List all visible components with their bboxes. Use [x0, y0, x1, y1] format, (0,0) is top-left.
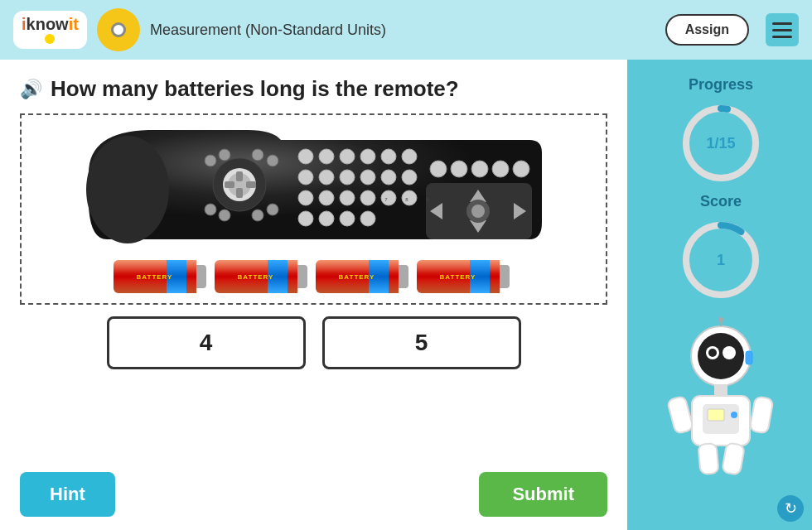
svg-point-26	[381, 170, 396, 185]
svg-point-32	[381, 190, 396, 205]
page-title: Measurement (Non-Standard Units)	[150, 22, 655, 39]
svg-rect-65	[714, 384, 727, 396]
battery-pos-2	[297, 265, 307, 288]
main-layout: 🔊 How many batteries long is the remote?	[0, 60, 812, 530]
svg-point-34	[298, 211, 313, 226]
svg-point-28	[298, 190, 313, 205]
svg-point-20	[381, 149, 396, 164]
back-button[interactable]: ↻	[777, 495, 804, 522]
header-circle	[97, 8, 140, 51]
header: iknowit Measurement (Non-Standard Units)…	[0, 0, 812, 60]
menu-line-1	[772, 22, 792, 25]
battery-1: BATTERY	[114, 258, 211, 295]
progress-value: 1/15	[706, 135, 735, 152]
menu-line-3	[772, 36, 792, 38]
svg-point-17	[319, 149, 334, 164]
assign-button[interactable]: Assign	[665, 14, 749, 46]
score-title: Score	[700, 193, 742, 210]
battery-body-2: BATTERY	[215, 260, 297, 293]
svg-point-13	[267, 155, 278, 166]
hint-button[interactable]: Hint	[20, 472, 115, 517]
svg-point-0	[86, 136, 169, 243]
battery-label-4: BATTERY	[440, 273, 476, 281]
remote-area: 7 8 9 BATTERY BATTERY	[20, 113, 607, 305]
svg-point-15	[267, 204, 278, 215]
svg-rect-7	[246, 181, 256, 188]
svg-point-11	[219, 210, 230, 221]
svg-point-19	[360, 149, 375, 164]
svg-rect-71	[750, 396, 774, 433]
remote-image: 7 8 9	[82, 123, 546, 252]
sidebar: Progress 1/15 Score 1	[630, 60, 812, 530]
score-value: 1	[717, 252, 725, 269]
svg-point-31	[360, 190, 375, 205]
svg-point-37	[360, 211, 375, 226]
svg-point-30	[340, 190, 355, 205]
svg-point-10	[205, 204, 216, 215]
battery-body-4: BATTERY	[417, 260, 500, 293]
svg-rect-72	[698, 443, 718, 475]
svg-point-36	[340, 211, 355, 226]
svg-point-69	[731, 412, 737, 418]
score-circle: 1	[679, 219, 762, 301]
svg-point-14	[252, 210, 263, 221]
svg-rect-5	[236, 188, 243, 198]
svg-point-60	[708, 349, 717, 357]
battery-label-3: BATTERY	[339, 273, 375, 281]
svg-point-42	[513, 161, 529, 177]
svg-point-9	[219, 149, 230, 161]
choices-row: 4 5	[20, 316, 607, 369]
battery-pos-3	[399, 265, 408, 288]
svg-point-27	[402, 170, 417, 185]
svg-point-22	[298, 170, 313, 185]
svg-point-8	[205, 155, 216, 166]
back-icon: ↻	[785, 499, 797, 518]
menu-button[interactable]	[766, 13, 799, 46]
svg-point-38	[430, 161, 447, 177]
svg-point-18	[340, 149, 355, 164]
progress-title: Progress	[689, 76, 753, 94]
header-circle-inner	[111, 22, 126, 37]
question-text: How many batteries long is the remote?	[51, 76, 459, 102]
svg-point-35	[319, 211, 334, 226]
question-row: 🔊 How many batteries long is the remote?	[20, 76, 607, 102]
battery-pos-1	[196, 265, 206, 288]
svg-point-40	[471, 161, 488, 177]
svg-point-33	[402, 190, 417, 205]
svg-point-29	[319, 190, 334, 205]
speaker-icon[interactable]: 🔊	[20, 79, 42, 100]
choice-button-4[interactable]: 4	[107, 316, 306, 369]
svg-point-21	[402, 149, 417, 164]
progress-circle: 1/15	[679, 102, 762, 185]
svg-rect-68	[708, 409, 724, 421]
battery-2: BATTERY	[215, 258, 312, 295]
svg-point-58	[698, 333, 744, 379]
svg-point-49	[471, 205, 485, 218]
svg-rect-6	[225, 181, 234, 188]
content-area: 🔊 How many batteries long is the remote?	[0, 60, 630, 530]
batteries-row: BATTERY BATTERY BATTERY	[114, 258, 515, 295]
battery-3: BATTERY	[316, 258, 413, 295]
battery-label-2: BATTERY	[238, 273, 274, 281]
choice-button-5[interactable]: 5	[322, 316, 521, 369]
svg-point-25	[360, 170, 375, 185]
battery-pos-4	[500, 265, 510, 288]
menu-line-2	[772, 29, 792, 31]
svg-point-12	[252, 149, 263, 161]
svg-point-63	[718, 317, 723, 322]
svg-rect-64	[746, 351, 752, 364]
battery-body-3: BATTERY	[316, 260, 399, 293]
battery-4: BATTERY	[417, 258, 515, 295]
svg-point-16	[298, 149, 313, 164]
svg-point-41	[492, 161, 509, 177]
logo-bulb-icon	[45, 34, 55, 44]
svg-point-61	[723, 346, 736, 359]
logo: iknowit	[13, 11, 87, 49]
svg-point-23	[319, 170, 334, 185]
bottom-bar: Hint Submit	[20, 472, 607, 517]
battery-body-1: BATTERY	[114, 260, 196, 293]
submit-button[interactable]: Submit	[479, 472, 607, 517]
svg-rect-4	[236, 171, 243, 181]
svg-rect-70	[667, 396, 694, 434]
robot-illustration	[655, 316, 787, 482]
